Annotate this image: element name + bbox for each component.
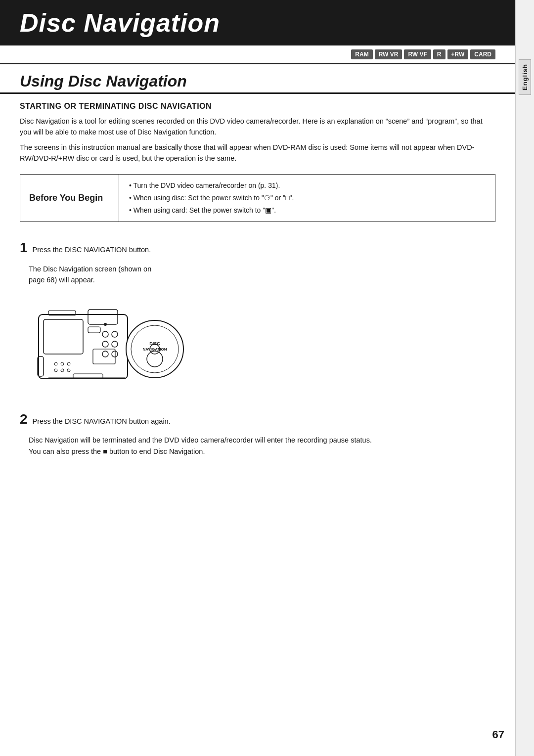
- sidebar: English: [515, 0, 534, 756]
- svg-point-4: [61, 362, 64, 365]
- camera-illustration: DISC NAVIGATION: [29, 295, 187, 394]
- badge-card: CARD: [470, 49, 495, 59]
- step-2-number: 2: [20, 411, 28, 427]
- page-wrapper: Disc Navigation RAM RW VR RW VF R +RW CA…: [0, 0, 534, 756]
- step-2-description: Disc Navigation will be terminated and t…: [0, 433, 515, 461]
- step-1-number: 1: [20, 240, 28, 255]
- svg-point-6: [54, 369, 57, 372]
- badge-plusrw: +RW: [447, 49, 469, 59]
- before-you-begin-label: Before You Begin: [20, 175, 119, 222]
- main-content: Disc Navigation RAM RW VR RW VF R +RW CA…: [0, 0, 515, 756]
- badge-r: R: [433, 49, 445, 59]
- svg-point-3: [54, 362, 57, 365]
- step-2-text: Press the DISC NAVIGATION button again.: [33, 417, 171, 425]
- svg-rect-1: [44, 319, 83, 354]
- svg-text:DISC: DISC: [149, 341, 160, 346]
- page-number: 67: [492, 728, 504, 741]
- badge-rwvf: RW VF: [404, 49, 431, 59]
- badge-rwvr: RW VR: [375, 49, 402, 59]
- svg-point-25: [104, 323, 107, 326]
- before-you-begin-content: Turn the DVD video camera/recorder on (p…: [119, 175, 495, 222]
- svg-point-12: [112, 331, 118, 337]
- svg-point-7: [61, 369, 64, 372]
- before-you-begin-list: Turn the DVD video camera/recorder on (p…: [129, 179, 485, 217]
- disc-badges-row: RAM RW VR RW VF R +RW CARD: [0, 45, 515, 64]
- before-you-begin-box: Before You Begin Turn the DVD video came…: [20, 174, 495, 222]
- list-item: When using card: Set the power switch to…: [129, 204, 485, 217]
- svg-point-10: [102, 341, 108, 347]
- subsection-heading: STARTING OR TERMINATING DISC NAVIGATION: [0, 102, 515, 116]
- english-tab-label: English: [519, 59, 531, 95]
- list-item: When using disc: Set the power switch to…: [129, 192, 485, 204]
- svg-point-8: [67, 369, 70, 372]
- svg-point-13: [112, 341, 118, 347]
- svg-point-5: [67, 362, 70, 365]
- svg-point-11: [102, 351, 108, 357]
- intro-paragraph-1: Disc Navigation is a tool for editing sc…: [0, 116, 515, 138]
- step-1-text: Press the DISC NAVIGATION button.: [33, 246, 151, 254]
- camera-svg: DISC NAVIGATION: [29, 295, 187, 394]
- svg-rect-26: [88, 327, 100, 333]
- step-1-description: The Disc Navigation screen (shown onpage…: [0, 262, 515, 290]
- svg-point-14: [112, 351, 118, 357]
- step-1: 1 Press the DISC NAVIGATION button.: [0, 232, 515, 261]
- badge-ram: RAM: [351, 49, 372, 59]
- intro-paragraph-2: The screens in this instruction manual a…: [0, 142, 515, 164]
- section-title: Using Disc Navigation: [0, 64, 515, 94]
- header-title-bar: Disc Navigation: [0, 0, 515, 45]
- svg-rect-2: [88, 310, 118, 324]
- page-title: Disc Navigation: [20, 8, 495, 38]
- list-item: Turn the DVD video camera/recorder on (p…: [129, 179, 485, 192]
- svg-point-9: [102, 331, 108, 337]
- step-2: 2 Press the DISC NAVIGATION button again…: [0, 403, 515, 433]
